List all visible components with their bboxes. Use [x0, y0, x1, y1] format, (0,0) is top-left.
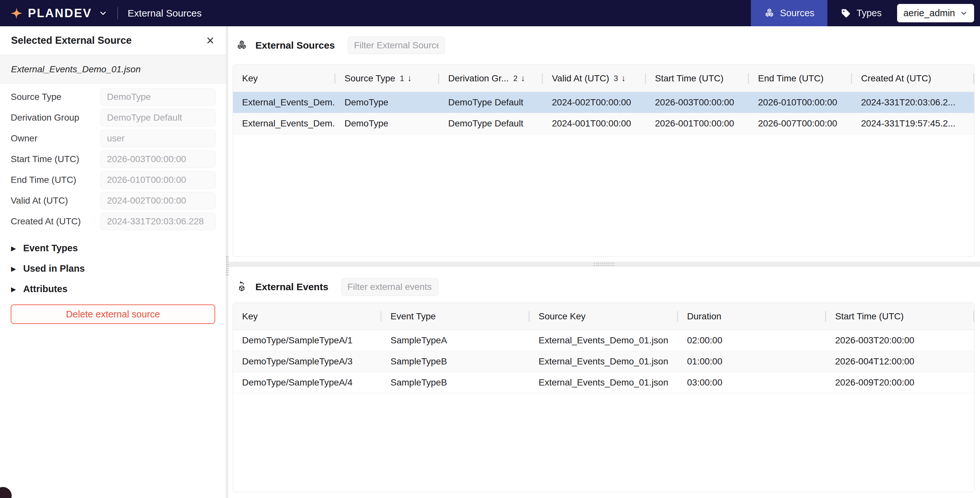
- nav-sources-button[interactable]: Sources: [751, 0, 827, 26]
- field-value-input[interactable]: DemoType Default: [100, 109, 215, 126]
- table-row[interactable]: External_Events_Dem...DemoTypeDemoType D…: [233, 113, 974, 134]
- table-cell: DemoType/SampleTypeA/3: [233, 351, 382, 372]
- field-label: Derivation Group: [11, 112, 80, 123]
- page-title: External Sources: [128, 8, 202, 19]
- table-cell: External_Events_Dem...: [233, 92, 336, 113]
- events-pane-title: External Events: [255, 281, 328, 292]
- table-cell: DemoType: [336, 113, 439, 134]
- tag-icon: [840, 8, 851, 19]
- table-row[interactable]: DemoType/SampleTypeA/4SampleTypeBExterna…: [233, 372, 974, 393]
- field-value-input[interactable]: DemoType: [100, 88, 215, 106]
- column-header[interactable]: Start Time (UTC): [826, 303, 974, 330]
- app-logo: PLANDEV: [10, 6, 108, 20]
- column-header[interactable]: Start Time (UTC): [646, 65, 749, 92]
- table-cell: 2024-002T00:00:00: [543, 92, 646, 113]
- column-header[interactable]: Key: [233, 303, 382, 330]
- sort-desc-icon: ↓: [407, 73, 412, 83]
- table-cell: External_Events_Demo_01.json: [530, 351, 678, 372]
- close-icon[interactable]: ×: [206, 34, 214, 47]
- filter-external-events-input[interactable]: [341, 278, 439, 296]
- table-header-row: KeyEvent TypeSource KeyDurationStart Tim…: [233, 303, 974, 330]
- section-label: Event Types: [23, 243, 78, 254]
- horizontal-splitter[interactable]: [228, 257, 980, 271]
- column-header[interactable]: Source Type1↓: [336, 65, 439, 92]
- table-cell: 2026-003T20:00:00: [826, 330, 974, 351]
- selected-source-panel: Selected External Source × External_Even…: [0, 26, 226, 498]
- table-cell: DemoType Default: [439, 113, 543, 134]
- delete-external-source-button[interactable]: Delete external source: [11, 305, 215, 324]
- sort-order-badge: 1: [400, 74, 404, 83]
- column-header[interactable]: Source Key: [530, 303, 678, 330]
- field-row: Derivation GroupDemoType Default: [11, 109, 215, 126]
- column-header[interactable]: Event Type: [382, 303, 530, 330]
- splitter-grip-icon: [594, 263, 614, 266]
- nav-types-label: Types: [856, 8, 881, 19]
- field-row: End Time (UTC)2026-010T00:00:00: [11, 171, 215, 189]
- table-body: External_Events_Dem...DemoTypeDemoType D…: [233, 92, 974, 257]
- nav-types-button[interactable]: Types: [827, 0, 894, 26]
- table-row[interactable]: DemoType/SampleTypeA/3SampleTypeBExterna…: [233, 351, 974, 372]
- logo-chevron-down-icon[interactable]: [99, 9, 108, 18]
- vertical-splitter[interactable]: [226, 26, 228, 498]
- section-event-types[interactable]: ▶Event Types: [11, 238, 215, 259]
- sort-desc-icon: ↓: [621, 73, 626, 83]
- user-role-select[interactable]: aerie_admin: [897, 4, 974, 22]
- topbar-divider: [117, 7, 118, 19]
- chevron-right-icon: ▶: [11, 285, 16, 293]
- column-header[interactable]: Derivation Gr...2↓: [439, 65, 543, 92]
- field-value-input[interactable]: user: [100, 130, 215, 147]
- column-header[interactable]: Duration: [678, 303, 826, 330]
- logo-wordmark: PLANDEV: [28, 6, 92, 20]
- table-row[interactable]: DemoType/SampleTypeA/1SampleTypeAExterna…: [233, 330, 974, 351]
- field-label: Created At (UTC): [11, 216, 81, 227]
- section-attributes[interactable]: ▶Attributes: [11, 279, 215, 299]
- column-header[interactable]: Valid At (UTC)3↓: [543, 65, 646, 92]
- table-cell: DemoType/SampleTypeA/1: [233, 330, 382, 351]
- selected-source-name: External_Events_Demo_01.json: [0, 55, 226, 84]
- collapsible-sections: ▶Event Types▶Used in Plans▶Attributes: [0, 233, 226, 299]
- cubes-icon: [236, 40, 248, 51]
- section-label: Attributes: [23, 284, 67, 294]
- table-cell: 02:00:00: [678, 330, 826, 351]
- table-cell: 2026-001T00:00:00: [646, 113, 749, 134]
- field-label: Start Time (UTC): [11, 154, 80, 164]
- table-cell: 2026-007T00:00:00: [749, 113, 852, 134]
- table-cell: DemoType/SampleTypeA/4: [233, 372, 382, 393]
- table-body: DemoType/SampleTypeA/1SampleTypeAExterna…: [233, 330, 974, 492]
- field-row: Start Time (UTC)2026-003T00:00:00: [11, 150, 215, 168]
- column-header[interactable]: Key: [233, 65, 336, 92]
- field-value-input[interactable]: 2026-003T00:00:00: [100, 150, 215, 168]
- field-row: Owneruser: [11, 130, 215, 147]
- chevron-right-icon: ▶: [11, 265, 16, 273]
- table-cell: DemoType Default: [439, 92, 543, 113]
- table-cell: 2024-331T19:57:45.2...: [852, 113, 974, 134]
- sparkle-logo-icon: [10, 6, 23, 20]
- column-header[interactable]: End Time (UTC): [749, 65, 852, 92]
- table-cell: 2024-331T20:03:06.2...: [852, 92, 974, 113]
- table-cell: External_Events_Dem...: [233, 113, 336, 134]
- top-navigation-bar: PLANDEV External Sources Sources Types a…: [0, 0, 980, 26]
- table-header-row: KeySource Type1↓Derivation Gr...2↓Valid …: [233, 65, 974, 92]
- section-used-in-plans[interactable]: ▶Used in Plans: [11, 259, 215, 279]
- section-label: Used in Plans: [23, 263, 84, 274]
- filter-external-sources-input[interactable]: [348, 37, 445, 54]
- external-sources-pane: External Sources KeySource Type1↓Derivat…: [228, 26, 980, 257]
- column-header[interactable]: Created At (UTC): [852, 65, 974, 92]
- external-events-table: KeyEvent TypeSource KeyDurationStart Tim…: [233, 303, 975, 492]
- table-cell: DemoType: [336, 92, 439, 113]
- table-cell: 2026-003T00:00:00: [646, 92, 749, 113]
- external-sources-table: KeySource Type1↓Derivation Gr...2↓Valid …: [233, 64, 975, 257]
- panel-title: Selected External Source: [11, 35, 132, 46]
- source-fields: Source TypeDemoTypeDerivation GroupDemoT…: [0, 84, 226, 233]
- field-label: Owner: [11, 133, 37, 144]
- field-value-input[interactable]: 2024-331T20:03:06.228: [100, 213, 215, 230]
- table-cell: SampleTypeB: [382, 372, 530, 393]
- field-value-input[interactable]: 2026-010T00:00:00: [100, 171, 215, 189]
- table-cell: 03:00:00: [678, 372, 826, 393]
- table-row[interactable]: External_Events_Dem...DemoTypeDemoType D…: [233, 92, 974, 113]
- field-value-input[interactable]: 2024-002T00:00:00: [100, 192, 215, 209]
- field-label: Source Type: [11, 92, 62, 102]
- sort-order-badge: 2: [513, 74, 517, 83]
- cubes-icon: [764, 8, 775, 19]
- field-label: Valid At (UTC): [11, 195, 68, 206]
